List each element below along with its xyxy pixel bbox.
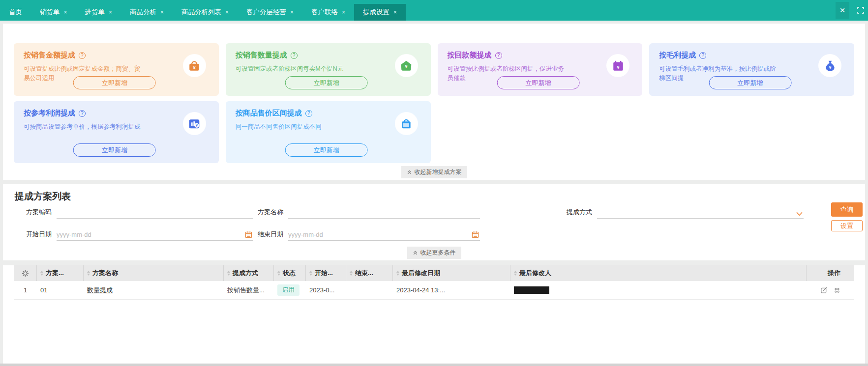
tab-close-icon[interactable]: ×: [109, 9, 112, 15]
sort-icon[interactable]: [350, 271, 353, 276]
card-description: 可设置固定或者阶梯区间每卖M个提N元: [236, 64, 354, 74]
card-gross-profit-commission: 按毛利提成? 可设置毛利或者净利为基准，按比例提或阶梯区间提 ¥ 立即新增: [649, 43, 854, 96]
tab-close-icon[interactable]: ×: [160, 9, 164, 15]
header-commission-method[interactable]: 提成方式: [224, 265, 274, 281]
search-button[interactable]: 查询: [831, 202, 863, 217]
tab-customer-contact[interactable]: 客户联络×: [302, 4, 354, 21]
commission-method-cell: 按销售数量...: [224, 286, 274, 295]
plan-table-panel: 方案... 方案名称 提成方式 状态 开始... 结束... 最后修改日期 最后…: [3, 265, 865, 366]
plan-name-field: 方案名称: [258, 207, 480, 219]
card-description: 同一商品不同售价区间提成不同: [236, 122, 354, 132]
tab-customer-segmentation[interactable]: 客户分层经营×: [238, 4, 302, 21]
card-title-text: 按参考利润提成: [24, 109, 75, 118]
header-end-date[interactable]: 结束...: [346, 265, 393, 281]
card-payment-collection-commission: 按回款额提成? 可设置按比例提或者阶梯区间提，促进业务员催款 ¥ 立即新增: [438, 43, 643, 96]
collapse-new-commission-plans[interactable]: 收起新增提成方案: [401, 166, 467, 178]
tab-close-icon[interactable]: ×: [290, 9, 294, 15]
header-actions: 操作: [807, 265, 854, 281]
plan-table: 方案... 方案名称 提成方式 状态 开始... 结束... 最后修改日期 最后…: [14, 265, 854, 300]
add-now-button[interactable]: 立即新增: [285, 76, 368, 89]
add-now-button[interactable]: 立即新增: [285, 143, 368, 157]
tab-label: 销货单: [40, 8, 60, 17]
header-plan-code[interactable]: 方案...: [37, 265, 84, 281]
sort-icon[interactable]: [277, 271, 280, 276]
help-icon[interactable]: ?: [79, 110, 86, 117]
shopping-bag-icon: [395, 112, 418, 135]
sort-icon[interactable]: [227, 271, 230, 276]
tab-label: 客户分层经营: [246, 8, 286, 17]
svg-text:¥: ¥: [829, 64, 832, 69]
moneybag-yuan-icon: ¥: [818, 54, 841, 77]
header-plan-name[interactable]: 方案名称: [84, 265, 224, 281]
tab-product-analysis[interactable]: 商品分析×: [121, 4, 173, 21]
purse-yuan-icon: ¥: [183, 54, 206, 77]
plan-name-link[interactable]: 数量提成: [87, 286, 113, 295]
start-date-cell: 2023-0...: [306, 286, 346, 294]
end-date-input[interactable]: [288, 229, 480, 241]
tab-home[interactable]: 首页: [0, 4, 31, 21]
calendar-icon[interactable]: [472, 231, 479, 238]
help-icon[interactable]: ?: [79, 52, 86, 59]
commission-method-field: 提成方式: [567, 207, 804, 219]
collapse-label: 收起更多条件: [420, 249, 456, 257]
add-now-button[interactable]: 立即新增: [73, 143, 156, 157]
plan-name-input[interactable]: [288, 207, 480, 219]
sort-icon[interactable]: [40, 271, 43, 276]
add-now-button[interactable]: 立即新增: [497, 76, 580, 89]
card-title: 按商品售价区间提成?: [236, 109, 421, 118]
end-date-field: 结束日期: [258, 229, 480, 241]
card-title: 按销售数量提成?: [236, 51, 421, 60]
close-icon[interactable]: ×: [836, 2, 849, 19]
edit-icon[interactable]: [820, 286, 828, 294]
actions-cell: [807, 286, 854, 294]
chart-yuan-icon: ¥: [183, 112, 206, 135]
header-status[interactable]: 状态: [274, 265, 306, 281]
plan-code-input[interactable]: [57, 207, 253, 219]
gear-icon[interactable]: [22, 270, 29, 277]
tab-purchase-order[interactable]: 进货单×: [76, 4, 121, 21]
chevron-down-icon[interactable]: [796, 212, 803, 216]
plan-code-field: 方案编码: [26, 207, 253, 219]
help-icon[interactable]: ?: [305, 110, 312, 117]
sort-icon[interactable]: [87, 271, 90, 276]
plan-list-filter-panel: 提成方案列表 方案编码 方案名称 提成方式 开始日期 结束日期: [3, 184, 865, 260]
sort-icon[interactable]: [396, 271, 399, 276]
double-chevron-up-icon: [413, 250, 418, 255]
tab-product-analysis-list[interactable]: 商品分析列表×: [173, 4, 238, 21]
sort-icon[interactable]: [309, 271, 312, 276]
cards-grid: 按销售金额提成? 可设置提成比例或固定提成金额；商贸、贸易公司适用 ¥ 立即新增…: [3, 24, 865, 163]
help-icon[interactable]: ?: [291, 52, 298, 59]
tab-label: 商品分析: [130, 8, 156, 17]
fullscreen-icon[interactable]: [857, 7, 864, 14]
tab-close-icon[interactable]: ×: [342, 9, 345, 15]
collapse-more-conditions[interactable]: 收起更多条件: [407, 247, 461, 259]
start-date-field: 开始日期: [26, 229, 253, 241]
help-icon[interactable]: ?: [699, 52, 706, 59]
table-row[interactable]: 1 01 数量提成 按销售数量... 启用 2023-0... 2023-04-…: [14, 281, 854, 300]
card-title-text: 按商品售价区间提成: [236, 109, 302, 118]
card-title-text: 按毛利提成: [659, 51, 696, 60]
settings-button[interactable]: 设置: [831, 220, 863, 231]
house-yuan-icon: ¥: [395, 54, 418, 77]
header-last-modified-date[interactable]: 最后修改日期: [393, 265, 510, 281]
help-icon[interactable]: ?: [495, 52, 502, 59]
modified-date-cell: 2023-04-24 13:...: [393, 286, 510, 294]
start-date-input[interactable]: [57, 229, 253, 241]
tab-sales-order[interactable]: 销货单×: [31, 4, 76, 21]
tab-close-icon[interactable]: ×: [225, 9, 229, 15]
card-title-text: 按销售金额提成: [24, 51, 75, 60]
header-last-modified-by[interactable]: 最后修改人: [510, 265, 807, 281]
tab-close-icon[interactable]: ×: [64, 9, 67, 15]
card-title-text: 按回款额提成: [448, 51, 492, 60]
plan-code-label: 方案编码: [26, 208, 52, 219]
commission-method-select[interactable]: [597, 207, 804, 219]
header-start-date[interactable]: 开始...: [306, 265, 346, 281]
add-now-button[interactable]: 立即新增: [73, 76, 156, 89]
tab-commission-settings[interactable]: 提成设置×: [354, 4, 406, 21]
plan-code-cell: 01: [37, 286, 84, 294]
more-grid-icon[interactable]: [834, 287, 840, 294]
sort-icon[interactable]: [514, 271, 517, 276]
tab-close-icon[interactable]: ×: [393, 9, 397, 15]
add-now-button[interactable]: 立即新增: [709, 76, 791, 89]
calendar-icon[interactable]: [245, 231, 252, 238]
